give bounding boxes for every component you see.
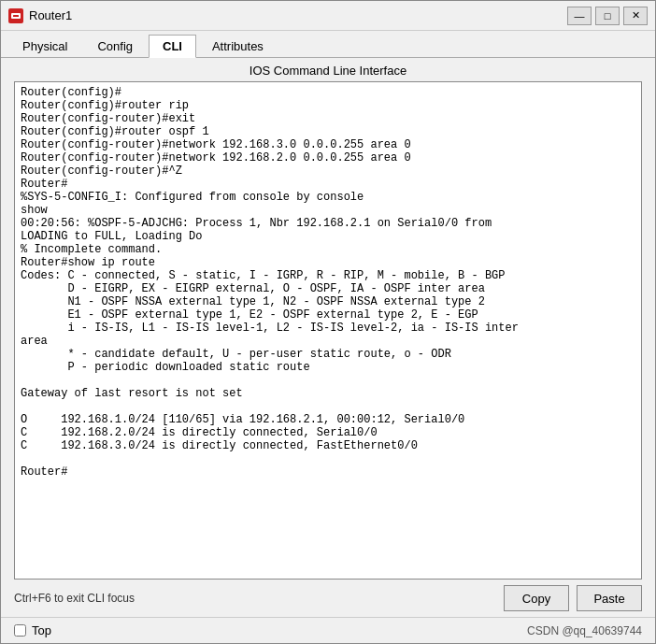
- section-title: IOS Command Line Interface: [1, 58, 655, 81]
- tab-attributes[interactable]: Attributes: [198, 35, 278, 57]
- window-title: Router1: [29, 8, 72, 22]
- close-button[interactable]: ✕: [623, 7, 648, 25]
- restore-button[interactable]: □: [595, 7, 620, 25]
- top-checkbox-area: Top: [14, 623, 51, 637]
- title-controls: — □ ✕: [567, 7, 648, 25]
- paste-button[interactable]: Paste: [577, 585, 642, 611]
- title-bar: Router1 — □ ✕: [1, 1, 655, 31]
- action-buttons: Copy Paste: [504, 585, 642, 611]
- top-checkbox[interactable]: [14, 624, 26, 637]
- main-content: Router(config)# Router(config)#router ri…: [1, 81, 655, 580]
- tab-physical[interactable]: Physical: [8, 35, 81, 57]
- watermark: CSDN @qq_40639744: [527, 624, 642, 637]
- copy-button[interactable]: Copy: [504, 585, 569, 611]
- main-window: Router1 — □ ✕ Physical Config CLI Attrib…: [0, 0, 656, 644]
- cli-terminal[interactable]: Router(config)# Router(config)#router ri…: [14, 81, 642, 580]
- footer-bar: Top CSDN @qq_40639744: [1, 617, 655, 643]
- bottom-bar: Ctrl+F6 to exit CLI focus Copy Paste: [1, 580, 655, 617]
- router-icon: [8, 8, 23, 23]
- cli-hint: Ctrl+F6 to exit CLI focus: [14, 592, 135, 605]
- tab-config[interactable]: Config: [83, 35, 147, 57]
- minimize-button[interactable]: —: [567, 7, 592, 25]
- top-label: Top: [32, 623, 51, 637]
- tab-bar: Physical Config CLI Attributes: [1, 31, 655, 58]
- svg-rect-2: [13, 15, 19, 17]
- tab-cli[interactable]: CLI: [149, 35, 196, 58]
- title-bar-left: Router1: [8, 8, 72, 23]
